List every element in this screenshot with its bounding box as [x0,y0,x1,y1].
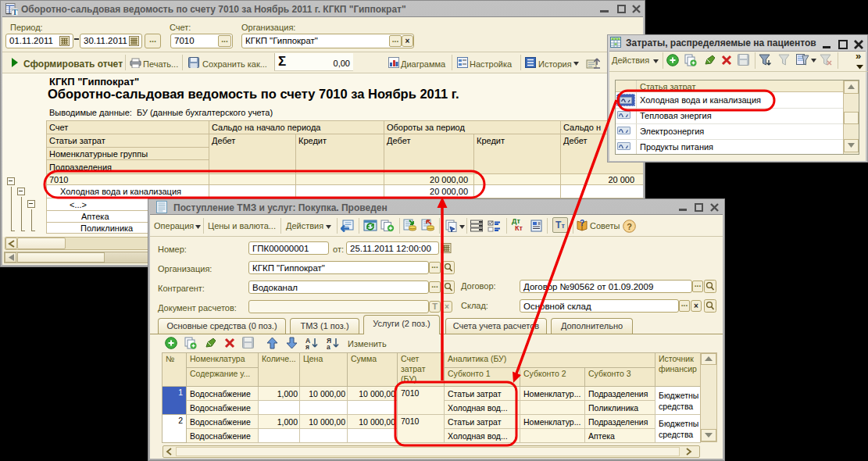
svg-text:?: ? [627,222,632,231]
svg-text:T: T [13,8,18,16]
svg-text:я: я [305,343,309,349]
svg-text:а: а [327,343,330,349]
svg-text:?: ? [580,219,584,227]
